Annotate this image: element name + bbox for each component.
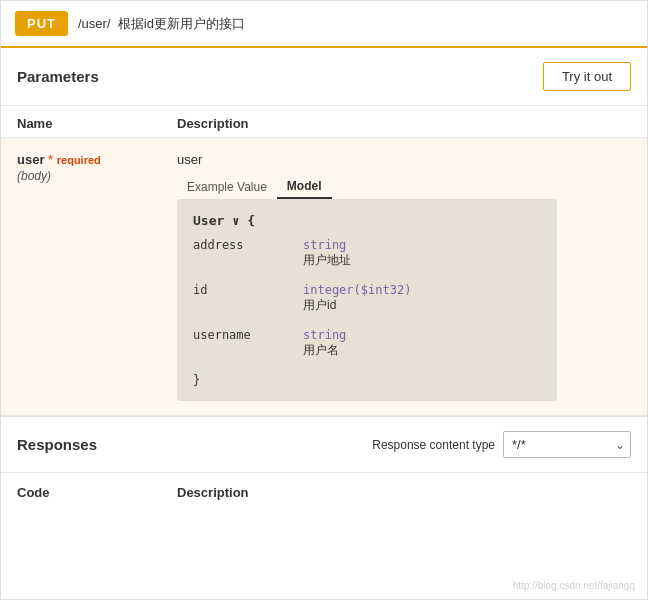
path-description: 根据id更新用户的接口	[118, 16, 245, 31]
code-col-description: Description	[177, 485, 631, 500]
parameters-title: Parameters	[17, 68, 99, 85]
field-desc-id: 用户id	[303, 297, 541, 314]
param-name: user	[17, 152, 44, 167]
col-name-header: Name	[17, 116, 177, 131]
expand-arrow-icon[interactable]: ∨	[232, 214, 239, 228]
schema-field-address: address string 用户地址	[193, 238, 541, 269]
field-type-block-address: string 用户地址	[303, 238, 541, 269]
api-path: /user/ 根据id更新用户的接口	[78, 15, 245, 33]
param-location: (body)	[17, 169, 177, 183]
code-section-header: Code Description	[1, 473, 647, 506]
field-type-detail-id: ($int32)	[354, 283, 412, 297]
parameters-section-header: Parameters Try it out	[1, 48, 647, 106]
responses-section: Responses Response content type */* appl…	[1, 416, 647, 473]
field-desc-username: 用户名	[303, 342, 541, 359]
schema-title: User ∨ {	[193, 213, 541, 228]
content-type-select[interactable]: */* application/json text/plain	[503, 431, 631, 458]
schema-box: User ∨ { address string 用户地址 id integ	[177, 199, 557, 401]
param-desc-col: user Example Value Model User ∨ { addres…	[177, 152, 631, 401]
example-tabs: Example Value Model	[177, 175, 631, 199]
try-it-out-button[interactable]: Try it out	[543, 62, 631, 91]
field-type-block-username: string 用户名	[303, 328, 541, 359]
schema-field-username: username string 用户名	[193, 328, 541, 359]
content-type-area: Response content type */* application/js…	[372, 431, 631, 458]
field-type-address: string	[303, 238, 541, 252]
params-table-header: Name Description	[1, 106, 647, 138]
method-header: PUT /user/ 根据id更新用户的接口	[1, 1, 647, 48]
field-name-id: id	[193, 283, 303, 314]
field-type-id: integer($int32)	[303, 283, 541, 297]
tab-model[interactable]: Model	[277, 175, 332, 199]
content-type-label: Response content type	[372, 438, 495, 452]
param-name-col: user * required (body)	[17, 152, 177, 401]
param-value-label: user	[177, 152, 631, 167]
field-type-username: string	[303, 328, 541, 342]
code-col-code: Code	[17, 485, 177, 500]
schema-model-name: User	[193, 213, 224, 228]
col-description-header: Description	[177, 116, 631, 131]
param-row-user: user * required (body) user Example Valu…	[1, 138, 647, 416]
path-text: /user/	[78, 16, 111, 31]
field-name-username: username	[193, 328, 303, 359]
field-name-address: address	[193, 238, 303, 269]
watermark: http://blog.csdn.net/fajiangq	[513, 580, 635, 591]
responses-title: Responses	[17, 436, 97, 453]
schema-close-brace: }	[193, 373, 541, 387]
field-type-block-id: integer($int32) 用户id	[303, 283, 541, 314]
param-required-label: required	[57, 154, 101, 166]
method-badge: PUT	[15, 11, 68, 36]
schema-open-brace: {	[247, 213, 255, 228]
field-desc-address: 用户地址	[303, 252, 541, 269]
param-star: *	[48, 152, 53, 167]
schema-field-id: id integer($int32) 用户id	[193, 283, 541, 314]
tab-example-value[interactable]: Example Value	[177, 175, 277, 199]
page-wrapper: PUT /user/ 根据id更新用户的接口 Parameters Try it…	[0, 0, 648, 600]
param-name-required: user * required	[17, 152, 177, 167]
content-type-select-wrapper[interactable]: */* application/json text/plain ⌄	[503, 431, 631, 458]
